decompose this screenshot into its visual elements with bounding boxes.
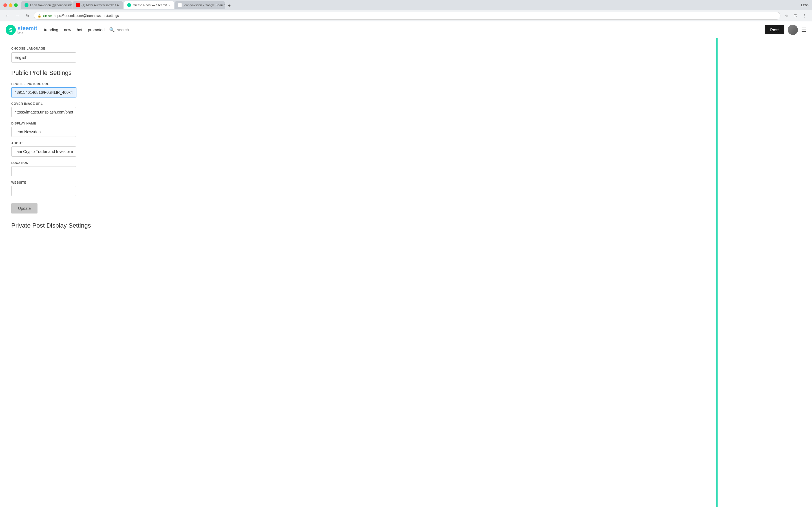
green-line [716, 21, 718, 507]
menu-icon[interactable]: ☰ [801, 26, 806, 33]
toolbar-actions: ☆ 🛡 ⋮ [783, 12, 809, 20]
logo-beta: beta [17, 31, 37, 34]
private-section-title: Private Post Display Settings [11, 222, 186, 229]
browser-tab-3[interactable]: Create a post — Steemit ✕ [124, 1, 174, 9]
tab-label-4: leonnowsden - Google Search [184, 3, 225, 7]
page-layout: S steemit beta trending new hot promoted… [0, 21, 812, 507]
website-input[interactable] [11, 186, 76, 196]
site-header: S steemit beta trending new hot promoted… [0, 21, 812, 38]
more-icon[interactable]: ⋮ [801, 12, 809, 20]
browser-toolbar: ← → ↻ 🔒 Sicher https://steemit.com/@leon… [0, 10, 812, 21]
avatar-image [788, 25, 798, 35]
profile-picture-group: PROFILE PICTURE URL [11, 82, 186, 98]
location-input[interactable] [11, 166, 76, 176]
window-controls [3, 3, 18, 7]
content-area: CHOOSE LANGUAGE English Deutsch Español … [0, 38, 197, 507]
nav-new[interactable]: new [64, 27, 71, 32]
minimize-button[interactable] [9, 3, 12, 7]
about-label: ABOUT [11, 142, 186, 145]
location-label: LOCATION [11, 161, 186, 165]
close-button[interactable] [3, 3, 7, 7]
address-url: https://steemit.com/@leonnowsden/setting… [54, 14, 777, 18]
main-content: CHOOSE LANGUAGE English Deutsch Español … [0, 38, 812, 507]
display-name-input[interactable] [11, 127, 76, 137]
language-dropdown[interactable]: English Deutsch Español Français 日本語 [14, 55, 73, 60]
tab-label-1: Leon Nowsden (@leonnowsde... [30, 3, 72, 7]
display-name-label: DISPLAY NAME [11, 122, 186, 125]
browser-tabs: Leon Nowsden (@leonnowsde... ✕ (1) Mehr … [21, 1, 801, 9]
browser-titlebar: Leon Nowsden (@leonnowsde... ✕ (1) Mehr … [0, 0, 812, 10]
cover-image-label: COVER IMAGE URL [11, 102, 186, 105]
cover-image-group: COVER IMAGE URL [11, 102, 186, 117]
browser-chrome: Leon Nowsden (@leonnowsde... ✕ (1) Mehr … [0, 0, 812, 21]
tab-favicon-4 [178, 3, 182, 7]
secure-icon: 🔒 [38, 14, 42, 18]
choose-language-group: CHOOSE LANGUAGE English Deutsch Español … [11, 47, 186, 62]
nav-trending[interactable]: trending [44, 27, 58, 32]
svg-text:S: S [9, 27, 12, 33]
search-input[interactable] [117, 27, 140, 32]
update-button[interactable]: Update [11, 203, 38, 214]
maximize-button[interactable] [14, 3, 18, 7]
browser-tab-2[interactable]: (1) Mehr Aufmerksamkeit A... 🔊 ✕ [72, 1, 123, 9]
avatar-button[interactable] [788, 25, 798, 35]
post-button[interactable]: Post [765, 25, 784, 34]
choose-language-label: CHOOSE LANGUAGE [11, 47, 186, 50]
browser-tab-1[interactable]: Leon Nowsden (@leonnowsde... ✕ [21, 1, 72, 9]
profile-picture-input[interactable] [11, 87, 76, 98]
secure-label: Sicher [43, 14, 52, 17]
search-area: 🔍 [109, 27, 140, 33]
logo-text: steemit [17, 25, 37, 31]
profile-picture-label: PROFILE PICTURE URL [11, 82, 186, 86]
website-label: WEBSITE [11, 181, 186, 184]
display-name-group: DISPLAY NAME [11, 122, 186, 137]
tab-close-3[interactable]: ✕ [168, 4, 170, 7]
cover-image-input[interactable] [11, 107, 76, 117]
nav-promoted[interactable]: promoted [88, 27, 105, 32]
browser-tab-4[interactable]: leonnowsden - Google Search ✕ [174, 1, 225, 9]
search-icon[interactable]: 🔍 [109, 27, 115, 33]
shield-icon[interactable]: 🛡 [792, 12, 800, 20]
public-profile-title: Public Profile Settings [11, 69, 186, 76]
refresh-button[interactable]: ↻ [24, 12, 32, 20]
new-tab-button[interactable]: + [226, 2, 233, 9]
logo-area: S steemit beta [6, 25, 37, 35]
header-right: Post ☰ [765, 25, 806, 35]
forward-button[interactable]: → [13, 12, 21, 20]
steemit-logo-icon: S [6, 25, 16, 35]
nav-hot[interactable]: hot [77, 27, 82, 32]
tab-label-3: Create a post — Steemit [133, 3, 167, 7]
tab-favicon-1 [24, 3, 29, 7]
logo-text-area: steemit beta [17, 25, 37, 34]
back-button[interactable]: ← [3, 12, 11, 20]
main-nav: trending new hot promoted [44, 27, 105, 32]
browser-user-label: Leon [801, 3, 809, 7]
website-group: WEBSITE [11, 181, 186, 196]
tab-favicon-2 [76, 3, 80, 7]
tab-label-2: (1) Mehr Aufmerksamkeit A... [82, 3, 121, 7]
location-group: LOCATION [11, 161, 186, 176]
address-bar[interactable]: 🔒 Sicher https://steemit.com/@leonnowsde… [34, 12, 780, 20]
language-select[interactable]: English Deutsch Español Français 日本語 [11, 52, 76, 62]
about-group: ABOUT [11, 142, 186, 157]
tab-favicon-3 [127, 3, 131, 7]
bookmark-icon[interactable]: ☆ [783, 12, 791, 20]
about-input[interactable] [11, 147, 76, 157]
